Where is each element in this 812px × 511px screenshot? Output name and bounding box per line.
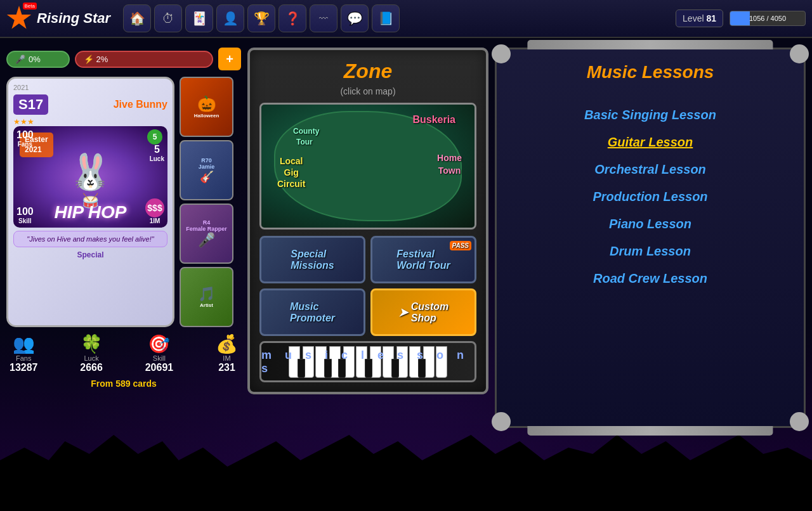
right-panel: Music Lessons Basic Singing Lesson Guita… xyxy=(495,48,806,428)
lesson-label-piano: Piano Lesson xyxy=(609,217,691,231)
corner-bolt-tr xyxy=(790,44,809,63)
lesson-item-production[interactable]: Production Lesson xyxy=(509,183,791,210)
mini-card-4-content: 🎵 Artist xyxy=(181,268,232,326)
zone-title: Zone xyxy=(259,60,476,83)
custom-shop-button[interactable]: ➤ CustomShop xyxy=(370,288,476,336)
left-panel: 🎤 0% ⚡ 2% + 2021 S17 Jive Bunny ★★★ xyxy=(6,48,241,389)
map-label-hometown: HomeTown xyxy=(437,152,462,177)
festival-label: FestivalWorld Tour xyxy=(396,249,450,271)
music-promoter-label: MusicPromoter xyxy=(290,301,335,324)
beta-badge: Beta xyxy=(23,3,37,10)
zone-frame: Zone (click on map) Buskeria County Tour… xyxy=(247,48,488,394)
card-name: Jive Bunny xyxy=(114,99,167,110)
music-promoter-button[interactable]: MusicPromoter xyxy=(259,288,365,336)
custom-shop-label: CustomShop xyxy=(411,301,449,324)
pass-badge: PASS xyxy=(450,241,472,250)
card-stars: ★★★ xyxy=(13,117,167,126)
festival-world-tour-button[interactable]: FestivalWorld Tour PASS xyxy=(370,236,476,283)
lesson-item-piano[interactable]: Piano Lesson xyxy=(509,210,791,238)
bottom-stats: 👥 Fans 13287 🍀 Luck 2666 🎯 Skill 20691 💰… xyxy=(6,333,241,373)
corner-bolt-bl xyxy=(492,412,511,431)
mini-card-1-content: 🎃 Halloween xyxy=(181,78,232,136)
ego-icon: 🎤 xyxy=(15,55,25,64)
lesson-item-guitar[interactable]: Guitar Lesson xyxy=(509,129,791,156)
music-lessons-button[interactable]: m u s i c l e s s o n s xyxy=(259,341,476,382)
card-stat-im: $$$ 1IM xyxy=(145,198,164,224)
fans-icon: 👥 xyxy=(10,333,38,354)
zone-buttons: SpecialMissions FestivalWorld Tour PASS … xyxy=(259,236,476,382)
lessons-panel: Music Lessons Basic Singing Lesson Guita… xyxy=(495,48,806,428)
level-area: Level 81 1056 / 4050 xyxy=(676,10,806,27)
trophy-icon[interactable]: 🏆 xyxy=(247,4,275,32)
energy-bar: ⚡ 2% xyxy=(75,51,213,68)
mini-card-1[interactable]: 🎃 Halloween xyxy=(180,77,233,137)
corner-bolt-br xyxy=(790,412,809,431)
total-luck-item: 🍀 Luck 2666 xyxy=(80,333,103,373)
lesson-item-drum[interactable]: Drum Lesson xyxy=(509,238,791,265)
energy-value: ⚡ 2% xyxy=(84,55,108,64)
map-label-tour: Tour xyxy=(296,138,313,146)
luck-icon: 🍀 xyxy=(80,333,103,354)
fans-value: 13287 xyxy=(10,362,38,373)
luck-label: Luck xyxy=(80,354,103,362)
lesson-label-orchestral: Orchestral Lesson xyxy=(594,162,706,176)
main-layout: 🎤 0% ⚡ 2% + 2021 S17 Jive Bunny ★★★ xyxy=(0,41,812,511)
top-navigation: Beta Rising Star 🏠 ⏱ 🃏 👤 🏆 ❓ 〰 💬 📘 Level… xyxy=(0,0,812,38)
card-stat-luck: 5Luck xyxy=(150,144,164,162)
bunny-figure: 🐰 xyxy=(69,152,112,193)
nav-icons-group: 🏠 ⏱ 🃏 👤 🏆 ❓ 〰 💬 📘 xyxy=(123,4,400,32)
card-quote: "Jives on Hive and makes you feel alive!… xyxy=(13,231,167,247)
map-label-county: County xyxy=(293,127,319,136)
plus-button[interactable]: + xyxy=(218,48,241,70)
help-icon[interactable]: ❓ xyxy=(278,4,306,32)
discord-icon[interactable]: 💬 xyxy=(341,4,369,32)
corner-bolt-tl xyxy=(492,44,511,63)
total-fans-item: 👥 Fans 13287 xyxy=(10,333,38,373)
lesson-item-orchestral[interactable]: Orchestral Lesson xyxy=(509,156,791,183)
card-rarity: Special xyxy=(13,250,167,259)
special-missions-label: SpecialMissions xyxy=(291,249,334,271)
logo-star-icon xyxy=(6,6,32,31)
stats-bars: 🎤 0% ⚡ 2% + xyxy=(6,48,241,70)
map-label-buskeria: Buskeria xyxy=(412,114,455,126)
special-missions-button[interactable]: SpecialMissions xyxy=(259,236,365,283)
card-image: Easter2021 5 100Fans 5Luck 🐰 🥁 xyxy=(13,126,167,228)
fans-label: Fans xyxy=(10,354,38,362)
zone-map[interactable]: Buskeria County Tour LocalGigCircuit Hom… xyxy=(259,103,476,230)
card-strip: 🎃 Halloween R70 Jamie 🎸 R4 Female Rapper xyxy=(180,77,233,327)
zone-subtitle: (click on map) xyxy=(259,86,476,96)
timer-icon[interactable]: ⏱ xyxy=(154,4,182,32)
lesson-label-production: Production Lesson xyxy=(593,190,707,204)
lessons-title: Music Lessons xyxy=(509,62,791,82)
lesson-item-basic-singing[interactable]: Basic Singing Lesson xyxy=(509,101,791,129)
card-id: S17 xyxy=(13,94,48,115)
map-label-local: LocalGigCircuit xyxy=(277,155,305,190)
center-panel: Zone (click on map) Buskeria County Tour… xyxy=(247,48,488,394)
facebook-icon[interactable]: 📘 xyxy=(372,4,400,32)
custom-shop-icon: ➤ xyxy=(398,306,408,320)
mini-card-3[interactable]: R4 Female Rapper 🎤 xyxy=(180,204,233,264)
hive-icon[interactable]: 〰 xyxy=(310,4,337,32)
lesson-label-drum: Drum Lesson xyxy=(610,244,691,258)
home-icon[interactable]: 🏠 xyxy=(123,4,151,32)
xp-text: 1056 / 4050 xyxy=(730,11,806,26)
lesson-label-basic-singing: Basic Singing Lesson xyxy=(584,108,716,122)
lesson-label-guitar: Guitar Lesson xyxy=(608,135,693,149)
level-badge: Level 81 xyxy=(676,10,723,27)
im-label: IM xyxy=(216,354,238,362)
im-value: 231 xyxy=(216,362,238,373)
mini-card-4[interactable]: 🎵 Artist xyxy=(180,267,233,327)
skill-value: 20691 xyxy=(145,362,174,373)
luck-value: 2666 xyxy=(80,362,103,373)
skill-label: Skill xyxy=(145,354,174,362)
mini-card-2[interactable]: R70 Jamie 🎸 xyxy=(180,140,233,200)
im-icon: 💰 xyxy=(216,333,238,354)
cards-icon[interactable]: 🃏 xyxy=(185,4,213,32)
profile-icon[interactable]: 👤 xyxy=(216,4,244,32)
lesson-item-road-crew[interactable]: Road Crew Lesson xyxy=(509,265,791,292)
skill-icon: 🎯 xyxy=(145,333,174,354)
card-container: 2021 S17 Jive Bunny ★★★ Easter2021 5 100… xyxy=(6,77,241,327)
ego-bar: 🎤 0% xyxy=(6,51,70,68)
main-card: 2021 S17 Jive Bunny ★★★ Easter2021 5 100… xyxy=(6,77,174,327)
from-cards-text: From 589 cards xyxy=(6,378,241,389)
